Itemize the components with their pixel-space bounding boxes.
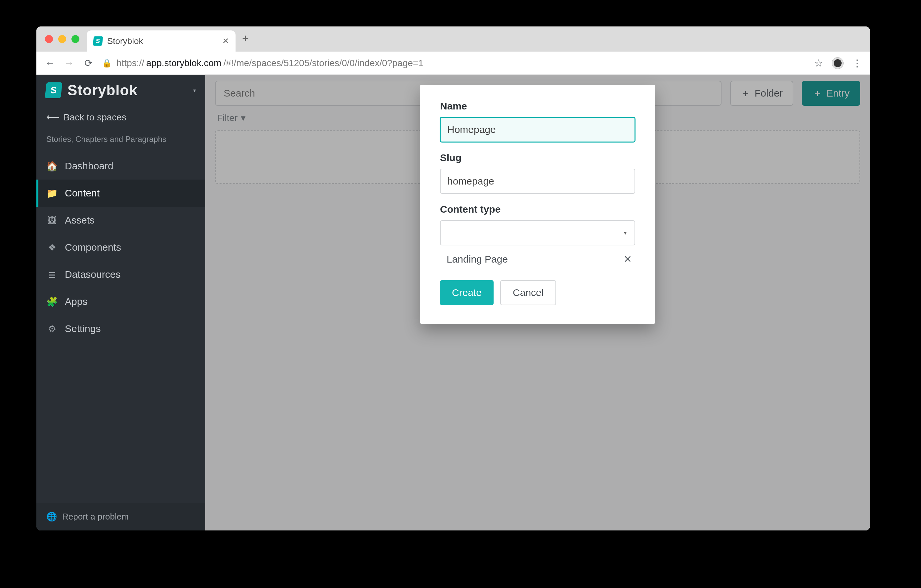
sidebar-item-apps[interactable]: 🧩Apps: [36, 288, 205, 315]
caret-down-icon: ▾: [624, 230, 626, 236]
content-type-option-label: Landing Page: [447, 253, 508, 265]
url-scheme: https://: [116, 58, 144, 68]
sidebar-item-content[interactable]: 📁Content: [36, 180, 205, 207]
sidebar-header[interactable]: S Storyblok ▾: [36, 75, 205, 106]
browser-window: S Storyblok ✕ + ← → ⟳ 🔒 https://app.stor…: [36, 26, 870, 530]
brand-logo-icon: S: [45, 82, 62, 98]
sidebar-item-label: Content: [65, 187, 99, 199]
nav-forward-icon[interactable]: →: [63, 58, 75, 69]
slug-input[interactable]: [440, 169, 635, 194]
gear-icon: ⚙: [46, 323, 57, 335]
sidebar: S Storyblok ▾ ⟵ Back to spaces Stories, …: [36, 75, 205, 530]
remove-option-icon[interactable]: ✕: [623, 253, 632, 265]
window-controls: [45, 35, 80, 43]
arrow-left-icon: ⟵: [46, 112, 60, 123]
report-problem-label: Report a problem: [62, 512, 129, 522]
content-type-select[interactable]: ▾: [440, 220, 635, 245]
name-label: Name: [440, 101, 635, 112]
create-entry-modal: Name Slug Content type ▾ Landing Page ✕ …: [420, 84, 655, 324]
new-tab-button[interactable]: +: [236, 32, 255, 47]
sidebar-item-settings[interactable]: ⚙Settings: [36, 315, 205, 342]
space-subtitle: Stories, Chapters and Paragraphs: [36, 128, 205, 153]
sidebar-item-label: Dashboard: [65, 161, 114, 172]
sidebar-item-dashboard[interactable]: 🏠Dashboard: [36, 153, 205, 180]
space-switcher-icon[interactable]: ▾: [193, 87, 196, 94]
app-region: S Storyblok ▾ ⟵ Back to spaces Stories, …: [36, 75, 870, 530]
home-icon: 🏠: [46, 161, 57, 172]
url-host: app.storyblok.com: [146, 58, 221, 68]
window-zoom-icon[interactable]: [72, 35, 80, 43]
report-problem-link[interactable]: 🌐 Report a problem: [36, 503, 205, 530]
browser-tab[interactable]: S Storyblok ✕: [87, 31, 236, 52]
content-type-option[interactable]: Landing Page ✕: [440, 245, 635, 265]
main-content: ＋ Folder ＋ Entry Filter ▾ This space doe…: [205, 75, 870, 530]
lock-icon: 🔒: [102, 58, 112, 68]
browser-menu-icon[interactable]: ⋮: [852, 57, 862, 69]
address-bar[interactable]: 🔒 https://app.storyblok.com/#!/me/spaces…: [102, 58, 806, 68]
browser-tabstrip: S Storyblok ✕ +: [36, 26, 870, 52]
sidebar-item-label: Datasources: [65, 269, 120, 280]
tab-close-icon[interactable]: ✕: [222, 36, 229, 45]
brand-title: Storyblok: [67, 82, 138, 99]
profile-avatar[interactable]: [832, 57, 844, 69]
create-button[interactable]: Create: [440, 280, 493, 305]
sidebar-item-components[interactable]: ❖Components: [36, 234, 205, 261]
nav-reload-icon[interactable]: ⟳: [83, 57, 94, 69]
sidebar-nav: 🏠Dashboard📁Content🖼Assets❖Components≣Dat…: [36, 153, 205, 342]
sidebar-item-datasources[interactable]: ≣Datasources: [36, 261, 205, 288]
window-minimize-icon[interactable]: [58, 35, 66, 43]
sidebar-item-label: Assets: [65, 214, 94, 226]
browser-toolbar: ← → ⟳ 🔒 https://app.storyblok.com/#!/me/…: [36, 52, 870, 75]
bookmark-icon[interactable]: ☆: [814, 57, 823, 69]
window-close-icon[interactable]: [45, 35, 53, 43]
database-icon: ≣: [46, 269, 57, 280]
name-input[interactable]: [440, 117, 635, 142]
content-type-label: Content type: [440, 204, 635, 215]
back-to-spaces-label: Back to spaces: [63, 112, 126, 123]
cubes-icon: ❖: [46, 242, 57, 253]
image-icon: 🖼: [46, 215, 57, 226]
puzzle-icon: 🧩: [46, 296, 57, 307]
cancel-button[interactable]: Cancel: [500, 280, 556, 305]
favicon-icon: S: [93, 36, 103, 45]
globe-icon: 🌐: [46, 512, 57, 522]
folder-icon: 📁: [46, 188, 57, 199]
sidebar-item-label: Settings: [65, 323, 101, 335]
sidebar-item-label: Components: [65, 242, 121, 253]
url-path: /#!/me/spaces/51205/stories/0/0/index/0?…: [223, 58, 423, 68]
slug-label: Slug: [440, 152, 635, 163]
sidebar-item-assets[interactable]: 🖼Assets: [36, 207, 205, 234]
nav-back-icon[interactable]: ←: [44, 58, 55, 69]
tab-title: Storyblok: [107, 36, 143, 46]
sidebar-item-label: Apps: [65, 296, 87, 307]
back-to-spaces-link[interactable]: ⟵ Back to spaces: [36, 106, 205, 128]
